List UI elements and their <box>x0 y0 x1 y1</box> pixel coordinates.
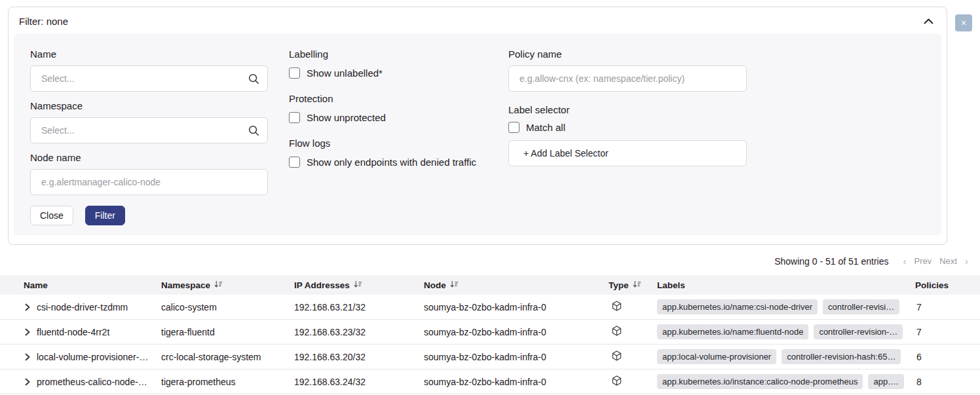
denied-traffic-checkbox[interactable] <box>289 157 300 168</box>
add-label-selector-button[interactable]: + Add Label Selector <box>508 140 747 166</box>
sort-icon <box>450 280 459 290</box>
column-header-name: Name <box>0 280 161 290</box>
show-unlabelled-label: Show unlabelled* <box>307 67 383 79</box>
policy-name-field-label: Policy name <box>508 48 747 60</box>
filter-button[interactable]: Filter <box>85 206 125 225</box>
expand-chevron-icon[interactable] <box>25 303 30 311</box>
filter-panel-header: Filter: none <box>9 7 947 33</box>
match-all-checkbox[interactable] <box>508 122 519 133</box>
filter-panel-row: Filter: none Name <box>0 0 980 245</box>
search-icon <box>248 124 259 139</box>
collapse-chevron-icon[interactable] <box>924 18 933 24</box>
node-name-field-label: Node name <box>30 151 268 164</box>
table-row[interactable]: prometheus-calico-node-… tigera-promethe… <box>0 369 980 394</box>
name-select-input[interactable] <box>30 66 268 92</box>
policy-name-input[interactable] <box>508 66 747 92</box>
row-labels: app.kubernetes.io/name:csi-node-driverco… <box>657 299 915 314</box>
table-row[interactable]: local-volume-provisioner-… crc-local-sto… <box>0 345 980 369</box>
row-labels: app:local-volume-provisionercontroller-r… <box>657 349 915 364</box>
row-name-text: fluentd-node-4rr2t <box>37 327 109 337</box>
row-namespace: calico-system <box>161 302 294 312</box>
endpoints-table: Name Namespace IP Addresses Node Type La… <box>0 275 980 394</box>
row-labels: app.kubernetes.io/name:fluentd-nodecontr… <box>657 324 915 339</box>
row-namespace: tigera-fluentd <box>161 327 294 337</box>
column-header-labels: Labels <box>657 280 915 290</box>
table-row[interactable]: csi-node-driver-tzdmm calico-system 192.… <box>0 295 980 320</box>
show-unprotected-label: Show unprotected <box>307 112 386 123</box>
expand-chevron-icon[interactable] <box>25 353 30 361</box>
column-header-policies: Policies <box>915 280 980 290</box>
label-badge: app.kubernetes.io/name:fluentd-node <box>657 324 808 339</box>
label-badge: app:local-volume-provisioner <box>657 349 776 364</box>
row-namespace: crc-local-storage-system <box>161 352 294 362</box>
row-node: soumya-bz-0zbo-kadm-infra-0 <box>424 377 609 387</box>
next-button[interactable]: Next <box>939 256 957 266</box>
match-all-label: Match all <box>526 122 565 133</box>
pager: ‹ Prev Next › <box>903 255 968 267</box>
prev-button[interactable]: Prev <box>914 256 932 266</box>
column-header-type[interactable]: Type <box>609 280 657 290</box>
namespace-select-input[interactable] <box>30 117 268 143</box>
workload-type-icon <box>612 350 622 363</box>
column-header-node[interactable]: Node <box>424 280 609 290</box>
label-badge: controller-revision-… <box>814 324 903 339</box>
filter-title: Filter: none <box>19 16 68 27</box>
close-button[interactable]: Close <box>30 206 73 225</box>
row-node: soumya-bz-0zbo-kadm-infra-0 <box>424 327 609 337</box>
row-node: soumya-bz-0zbo-kadm-infra-0 <box>424 352 609 362</box>
table-row[interactable]: fluentd-node-4rr2t tigera-fluentd 192.16… <box>0 320 980 345</box>
label-selector-heading: Label selector <box>508 103 747 116</box>
flow-logs-heading: Flow logs <box>289 137 487 149</box>
expand-chevron-icon[interactable] <box>25 328 30 336</box>
sort-icon <box>633 280 641 290</box>
sort-icon <box>214 280 223 290</box>
row-policies: 6 <box>915 352 980 362</box>
workload-type-icon <box>612 375 622 388</box>
filter-panel: Filter: none Name <box>8 7 947 245</box>
row-ip: 192.168.63.21/32 <box>294 302 424 312</box>
row-policies: 8 <box>915 377 980 387</box>
row-ip: 192.168.63.24/32 <box>294 377 424 387</box>
search-icon <box>248 73 259 87</box>
filter-col-3: Policy name Label selector Match all + A… <box>508 48 747 166</box>
pagination-bar: Showing 0 - 51 of 51 entries ‹ Prev Next… <box>0 245 980 275</box>
node-name-input[interactable] <box>30 169 268 195</box>
next-chevron-icon[interactable]: › <box>965 255 968 267</box>
label-badge: controller-revision-hash:65… <box>782 349 901 364</box>
labelling-heading: Labelling <box>289 48 487 60</box>
column-header-namespace[interactable]: Namespace <box>161 280 294 290</box>
label-badge: app.kubernetes.io/name:csi-node-driver <box>657 299 818 314</box>
show-unprotected-checkbox[interactable] <box>289 112 300 123</box>
protection-heading: Protection <box>289 92 487 105</box>
row-ip: 192.168.63.20/32 <box>294 352 424 362</box>
row-policies: 7 <box>915 327 980 337</box>
show-unlabelled-checkbox[interactable] <box>289 67 300 79</box>
table-body: csi-node-driver-tzdmm calico-system 192.… <box>0 295 980 394</box>
close-icon[interactable]: × <box>955 14 972 31</box>
column-header-ip-addresses[interactable]: IP Addresses <box>294 280 424 290</box>
row-name-text: local-volume-provisioner-… <box>37 352 148 362</box>
row-labels: app.kubernetes.io/instance:calico-node-p… <box>657 374 915 389</box>
row-node: soumya-bz-0zbo-kadm-infra-0 <box>424 302 609 312</box>
row-name-text: csi-node-driver-tzdmm <box>37 302 128 312</box>
prev-chevron-icon[interactable]: ‹ <box>903 255 907 267</box>
label-badge: app.kubernetes.io/instance:calico-node-p… <box>657 374 863 389</box>
label-badge: app.… <box>868 374 903 389</box>
row-namespace: tigera-prometheus <box>161 377 294 387</box>
label-badge: controller-revisi… <box>823 299 899 314</box>
row-ip: 192.168.63.23/32 <box>294 327 424 337</box>
endpoints-page: Filter: none Name <box>0 0 980 394</box>
namespace-field-label: Namespace <box>30 100 268 112</box>
denied-traffic-label: Show only endpoints with denied traffic <box>307 157 476 168</box>
showing-entries-text: Showing 0 - 51 of 51 entries <box>774 256 888 267</box>
row-policies: 7 <box>915 302 980 312</box>
filter-col-2: Labelling Show unlabelled* Protection Sh… <box>289 48 487 181</box>
table-header: Name Namespace IP Addresses Node Type La… <box>0 275 980 295</box>
name-field-label: Name <box>30 48 268 60</box>
row-name-text: prometheus-calico-node-… <box>37 377 147 387</box>
workload-type-icon <box>612 326 622 338</box>
expand-chevron-icon[interactable] <box>25 378 30 386</box>
filter-col-1: Name Namespace <box>30 48 268 225</box>
workload-type-icon <box>612 301 622 313</box>
filter-panel-body: Name Namespace <box>14 33 941 235</box>
